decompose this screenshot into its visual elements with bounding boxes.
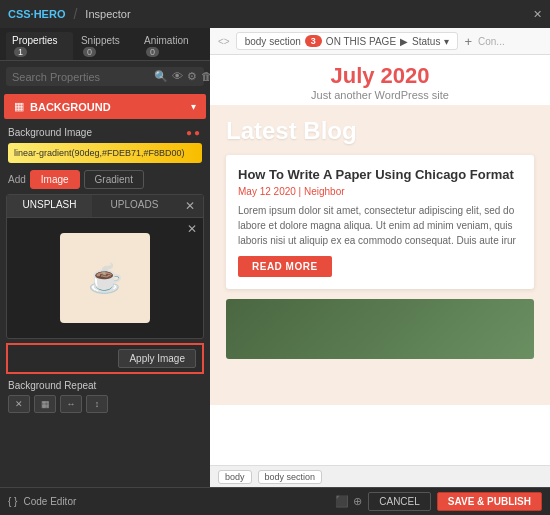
preview-overflow-label: Con... bbox=[478, 36, 505, 47]
upload-tabs: UNSPLASH UPLOADS ✕ bbox=[7, 195, 203, 218]
body-section-tag[interactable]: body section bbox=[258, 470, 323, 484]
bottom-icons: ⬛ ⊕ bbox=[335, 495, 362, 508]
site-subtitle: Just another WordPress site bbox=[230, 89, 530, 101]
trash-icon[interactable]: 🗑 bbox=[201, 70, 210, 83]
save-publish-button[interactable]: SAVE & PUBLISH bbox=[437, 492, 542, 511]
plus-icon[interactable]: + bbox=[464, 34, 472, 49]
preview-url-bar: body section 3 ON THIS PAGE ▶ Status ▾ bbox=[236, 32, 459, 50]
gradient-tab-button[interactable]: Gradient bbox=[84, 170, 144, 189]
properties-badge: 1 bbox=[14, 47, 27, 57]
status-arrow-icon: ▾ bbox=[444, 36, 449, 47]
main-layout: Properties 1 Snippets 0 Animation 0 🔍 👁 … bbox=[0, 28, 550, 487]
top-bar: CSS·HERO / Inspector ✕ bbox=[0, 0, 550, 28]
repeat-v-icon[interactable]: ↕ bbox=[86, 395, 108, 413]
bg-image-text: Background Image bbox=[8, 127, 92, 138]
blog-card-meta: May 12 2020 | Neighbor bbox=[238, 186, 522, 197]
angle-brackets-icon: <> bbox=[218, 36, 230, 47]
snippets-badge: 0 bbox=[83, 47, 96, 57]
unsplash-tab[interactable]: UNSPLASH bbox=[7, 195, 92, 217]
status-label: Status bbox=[412, 36, 440, 47]
top-bar-close-icon[interactable]: ✕ bbox=[533, 8, 542, 21]
gradient-text: linear-gradient(90deg,#FDEB71,#F8BD00) bbox=[14, 148, 185, 158]
tab-properties[interactable]: Properties 1 bbox=[6, 32, 73, 60]
settings-icon[interactable]: ⚙ bbox=[187, 70, 197, 83]
image-close-icon[interactable]: ✕ bbox=[187, 222, 197, 236]
preview-content: July 2020 Just another WordPress site La… bbox=[210, 55, 550, 465]
bottom-bar: { } Code Editor ⬛ ⊕ CANCEL SAVE & PUBLIS… bbox=[0, 487, 550, 515]
on-page-badge: 3 bbox=[305, 35, 322, 47]
eye-icon[interactable]: 👁 bbox=[172, 70, 183, 83]
dots-indicator: ●● bbox=[186, 127, 202, 138]
search-icons: 🔍 👁 ⚙ 🗑 bbox=[154, 70, 210, 83]
left-panel: Properties 1 Snippets 0 Animation 0 🔍 👁 … bbox=[0, 28, 210, 487]
right-panel: <> body section 3 ON THIS PAGE ▶ Status … bbox=[210, 28, 550, 487]
bg-repeat-label: Background Repeat bbox=[0, 376, 210, 393]
blog-card-title: How To Write A Paper Using Chicago Forma… bbox=[238, 167, 522, 182]
image-tabs: Add Image Gradient bbox=[8, 170, 202, 189]
code-editor-label: Code Editor bbox=[23, 496, 76, 507]
top-bar-divider: / bbox=[73, 6, 77, 22]
upload-image-area: ✕ ☕ bbox=[7, 218, 203, 338]
apply-image-button[interactable]: Apply Image bbox=[118, 349, 196, 368]
add-tab-label: Add bbox=[8, 174, 26, 185]
repeat-h-icon[interactable]: ↔ bbox=[60, 395, 82, 413]
background-icon: ▦ bbox=[14, 100, 24, 113]
image-preview-row bbox=[226, 299, 534, 359]
blog-card-excerpt: Lorem ipsum dolor sit amet, consectetur … bbox=[238, 203, 522, 248]
latest-blog-title: Latest Blog bbox=[226, 117, 534, 145]
url-text: body section bbox=[245, 36, 301, 47]
upload-close-icon[interactable]: ✕ bbox=[177, 195, 203, 217]
tab-animation[interactable]: Animation 0 bbox=[138, 32, 204, 60]
blog-section: Latest Blog How To Write A Paper Using C… bbox=[210, 105, 550, 405]
preview-image-1 bbox=[226, 299, 534, 359]
cancel-button[interactable]: CANCEL bbox=[368, 492, 431, 511]
apply-button-row: Apply Image bbox=[6, 343, 204, 374]
uploads-tab[interactable]: UPLOADS bbox=[92, 195, 177, 217]
css-hero-logo: CSS·HERO bbox=[8, 8, 65, 20]
search-bar: 🔍 👁 ⚙ 🗑 bbox=[6, 67, 204, 86]
read-more-button[interactable]: READ MORE bbox=[238, 256, 332, 277]
animation-badge: 0 bbox=[146, 47, 159, 57]
code-editor-icon: { } bbox=[8, 496, 17, 507]
site-header-preview: July 2020 Just another WordPress site bbox=[210, 55, 550, 105]
image-tab-button[interactable]: Image bbox=[30, 170, 80, 189]
preview-top-bar: <> body section 3 ON THIS PAGE ▶ Status … bbox=[210, 28, 550, 55]
website-bottom-bar: body body section bbox=[210, 465, 550, 487]
coffee-image: ☕ bbox=[60, 233, 150, 323]
inspector-label: Inspector bbox=[85, 8, 130, 20]
search-icon[interactable]: 🔍 bbox=[154, 70, 168, 83]
panel-tabs: Properties 1 Snippets 0 Animation 0 bbox=[0, 28, 210, 61]
on-page-label: ON THIS PAGE bbox=[326, 36, 396, 47]
upload-area: UNSPLASH UPLOADS ✕ ✕ ☕ bbox=[6, 194, 204, 339]
repeat-x-icon[interactable]: ✕ bbox=[8, 395, 30, 413]
section-header-label: BACKGROUND bbox=[30, 101, 191, 113]
body-tag[interactable]: body bbox=[218, 470, 252, 484]
blog-card: How To Write A Paper Using Chicago Forma… bbox=[226, 155, 534, 289]
site-title: July 2020 bbox=[230, 63, 530, 89]
gradient-bar[interactable]: linear-gradient(90deg,#FDEB71,#F8BD00) bbox=[8, 143, 202, 163]
arrow-right-icon: ▶ bbox=[400, 36, 408, 47]
expand-icon[interactable]: ⬛ bbox=[335, 495, 349, 508]
background-section-header[interactable]: ▦ BACKGROUND ▾ bbox=[4, 94, 206, 119]
repeat-tile-icon[interactable]: ▦ bbox=[34, 395, 56, 413]
section-chevron-icon: ▾ bbox=[191, 101, 196, 112]
tab-snippets[interactable]: Snippets 0 bbox=[75, 32, 136, 60]
bg-repeat-icons: ✕ ▦ ↔ ↕ bbox=[0, 393, 210, 417]
search-input[interactable] bbox=[12, 71, 150, 83]
bg-image-label-row: Background Image ●● bbox=[0, 121, 210, 141]
link-icon[interactable]: ⊕ bbox=[353, 495, 362, 508]
